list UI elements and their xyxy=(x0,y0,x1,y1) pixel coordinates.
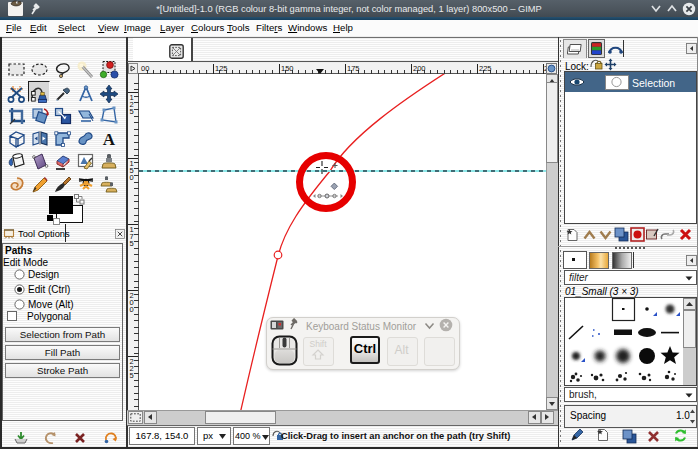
svg-text:A: A xyxy=(103,130,116,149)
